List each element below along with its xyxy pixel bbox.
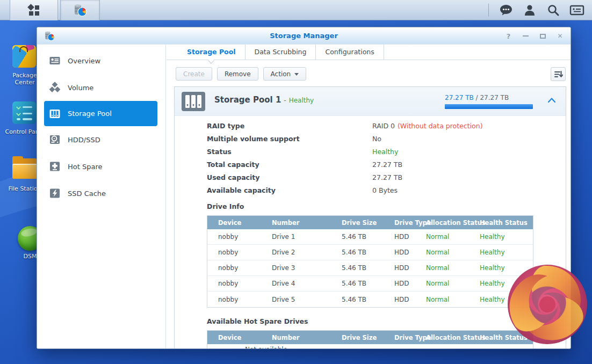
dropdown-caret-icon bbox=[294, 73, 299, 78]
sidebar-item-hdd-ssd[interactable]: HDD/SSD bbox=[37, 126, 165, 153]
main-menu-icon bbox=[28, 4, 40, 16]
storage-manager-icon bbox=[73, 3, 87, 17]
pool-details: RAID typeRAID 0(Without data protection)… bbox=[175, 116, 566, 348]
collapse-button[interactable] bbox=[547, 97, 557, 105]
sidebar-item-overview[interactable]: Overview bbox=[37, 47, 165, 74]
field-available-capacity: Available capacity0 Bytes bbox=[207, 184, 566, 197]
sort-button[interactable] bbox=[551, 67, 566, 81]
taskbar bbox=[0, 0, 592, 20]
sidebar: Overview Volume Storage Pool HDD/SSD Hot… bbox=[37, 45, 166, 348]
table-row[interactable]: nobbyDrive 45.46 TBHDDNormalHealthy bbox=[207, 276, 533, 292]
hot-spare-table: DeviceNumberDrive SizeDrive TypeAllocati… bbox=[207, 330, 533, 348]
capacity-used: 27.27 TB bbox=[445, 94, 474, 101]
drive-info-table: DeviceNumberDrive SizeDrive TypeAllocati… bbox=[207, 215, 533, 308]
remove-button[interactable]: Remove bbox=[217, 67, 258, 81]
sidebar-item-label: Overview bbox=[68, 57, 100, 65]
capacity-total: / 27.27 TB bbox=[474, 94, 509, 101]
minimize-button[interactable] bbox=[521, 31, 531, 41]
maximize-button[interactable] bbox=[538, 31, 548, 41]
window-titlebar[interactable]: Storage Manager bbox=[37, 27, 571, 45]
table-header: DeviceNumberDrive SizeDrive TypeAllocati… bbox=[207, 331, 533, 344]
hdd-ssd-icon bbox=[49, 134, 61, 145]
pilot-view-icon[interactable] bbox=[569, 3, 584, 18]
user-icon[interactable] bbox=[522, 3, 537, 18]
field-multiple-volume: Multiple volume supportNo bbox=[207, 133, 566, 145]
tab-data-scrubbing[interactable]: Data Scrubbing bbox=[246, 45, 316, 60]
table-header: DeviceNumberDrive SizeDrive TypeAllocati… bbox=[207, 216, 533, 229]
sidebar-item-label: Hot Spare bbox=[68, 163, 103, 171]
field-total-capacity: Total capacity27.27 TB bbox=[207, 158, 566, 171]
tab-bar: Storage Pool Data Scrubbing Configuratio… bbox=[167, 45, 571, 60]
tab-configurations[interactable]: Configurations bbox=[316, 45, 384, 60]
status-value: Healthy bbox=[372, 148, 398, 156]
pool-status: Healthy bbox=[289, 97, 314, 104]
sidebar-item-ssd-cache[interactable]: SSD Cache bbox=[37, 180, 165, 207]
sidebar-item-hot-spare[interactable]: Hot Spare bbox=[37, 153, 165, 180]
sidebar-item-label: Storage Pool bbox=[68, 110, 112, 118]
table-row[interactable]: nobbyDrive 15.46 TBHDDNormalHealthy bbox=[207, 229, 533, 245]
chevron-up-icon bbox=[547, 97, 556, 103]
sidebar-item-label: Volume bbox=[68, 84, 93, 92]
storage-manager-window: Storage Manager Overview Volume Storage bbox=[37, 27, 571, 349]
pool-icon bbox=[181, 91, 206, 112]
sidebar-item-storage-pool[interactable]: Storage Pool bbox=[44, 101, 157, 126]
package-center-icon bbox=[12, 45, 37, 70]
drive-info-title: Drive Info bbox=[207, 202, 566, 210]
sort-icon bbox=[554, 70, 563, 78]
create-button[interactable]: Create bbox=[176, 67, 212, 81]
chat-icon[interactable] bbox=[499, 3, 514, 18]
volume-icon bbox=[49, 82, 61, 93]
table-row[interactable]: nobbyDrive 55.46 TBHDDNormalHealthy bbox=[207, 292, 533, 307]
field-raid-type: RAID typeRAID 0(Without data protection) bbox=[207, 120, 566, 133]
pool-title: Storage Pool 1 bbox=[214, 95, 281, 105]
storage-pool-panel: Storage Pool 1 - Healthy 27.27 TB / 27.2… bbox=[174, 86, 566, 348]
sidebar-item-volume[interactable]: Volume bbox=[37, 74, 165, 101]
hot-spare-empty-row: Not available bbox=[207, 344, 533, 348]
hot-spare-icon bbox=[49, 161, 61, 172]
ssd-cache-icon bbox=[49, 187, 61, 199]
main-content: Storage Pool Data Scrubbing Configuratio… bbox=[167, 45, 571, 348]
capacity-summary: 27.27 TB / 27.27 TB bbox=[445, 92, 533, 109]
close-button[interactable] bbox=[555, 31, 565, 41]
help-button[interactable] bbox=[503, 31, 514, 41]
file-station-icon bbox=[12, 158, 37, 183]
table-row[interactable]: nobbyDrive 25.46 TBHDDNormalHealthy bbox=[207, 245, 533, 260]
action-button[interactable]: Action bbox=[263, 67, 307, 81]
storage-manager-taskbar-button[interactable] bbox=[60, 0, 100, 20]
sidebar-item-label: HDD/SSD bbox=[68, 136, 100, 144]
raid-warning: (Without data protection) bbox=[398, 122, 483, 130]
storage-pool-icon bbox=[49, 108, 61, 120]
tab-storage-pool[interactable]: Storage Pool bbox=[178, 45, 246, 60]
sidebar-item-label: SSD Cache bbox=[68, 190, 106, 198]
pool-header[interactable]: Storage Pool 1 - Healthy 27.27 TB / 27.2… bbox=[175, 87, 566, 116]
table-row[interactable]: nobbyDrive 35.46 TBHDDNormalHealthy bbox=[207, 260, 533, 276]
field-used-capacity: Used capacity27.27 TB bbox=[207, 171, 566, 184]
search-icon[interactable] bbox=[546, 3, 561, 18]
field-status: StatusHealthy bbox=[207, 145, 566, 158]
overview-icon bbox=[49, 55, 61, 67]
toolbar: Create Remove Action bbox=[167, 60, 571, 86]
window-title: Storage Manager bbox=[37, 27, 571, 45]
taskbar-divider bbox=[488, 4, 489, 17]
hot-spare-title: Available Hot Spare Drives bbox=[207, 317, 566, 325]
capacity-progress-bar bbox=[445, 104, 533, 109]
control-panel-icon bbox=[12, 101, 37, 126]
main-menu-button[interactable] bbox=[10, 0, 58, 20]
